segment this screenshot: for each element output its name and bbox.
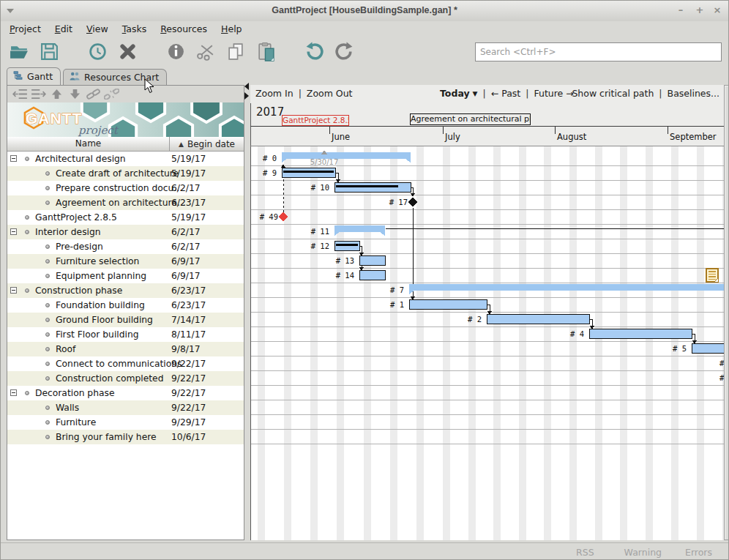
task-properties-clock-icon[interactable] (86, 41, 108, 63)
task-name[interactable]: Interior design (35, 225, 101, 239)
collapse-icon[interactable] (10, 389, 17, 396)
table-row[interactable]: Architectural design5/19/17 (7, 152, 244, 166)
move-up-icon[interactable] (48, 88, 65, 101)
status-rss[interactable]: RSS (576, 547, 594, 558)
future-link[interactable]: Future → (534, 88, 573, 99)
cut-icon[interactable] (195, 41, 217, 63)
close-button[interactable]: × (708, 1, 727, 20)
task-name[interactable]: First Floor building (56, 327, 139, 342)
task-name[interactable]: GanttProject 2.8.5 (35, 210, 117, 225)
outdent-icon[interactable] (11, 88, 29, 101)
link-icon[interactable] (84, 88, 102, 101)
minimize-button[interactable]: – (671, 1, 690, 20)
task-name[interactable]: Construction completed (56, 371, 163, 386)
column-header-begin-date[interactable]: ▲ Begin date (170, 137, 244, 151)
indent-icon[interactable] (29, 88, 47, 101)
task-name[interactable]: Construction phase (35, 283, 122, 298)
table-row[interactable]: Create draft of architecture5/19/17 (7, 166, 244, 181)
window-menu-icon[interactable] (7, 9, 14, 13)
baselines-link[interactable]: Baselines... (668, 88, 719, 99)
zoom-in-link[interactable]: Zoom In (255, 88, 294, 99)
table-row[interactable]: Construction phase6/23/17 (7, 283, 244, 298)
status-warning[interactable]: Warning (624, 547, 662, 558)
task-name[interactable]: Prepare construction docu... (56, 181, 182, 195)
milestone-diamond-17[interactable] (408, 198, 417, 206)
table-row[interactable]: Prepare construction docu...6/2/17 (7, 181, 244, 195)
summary-bar-0[interactable] (282, 152, 411, 159)
table-row[interactable]: Furniture selection6/9/17 (7, 254, 244, 269)
today-dropdown[interactable]: Today (440, 88, 470, 99)
search-input[interactable] (475, 42, 722, 61)
menu-edit[interactable]: Edit (55, 23, 72, 34)
menu-tasks[interactable]: Tasks (122, 23, 147, 34)
table-row[interactable]: Pre-design6/2/17 (7, 239, 244, 254)
zoom-out-link[interactable]: Zoom Out (307, 88, 353, 99)
maximize-button[interactable]: + (690, 1, 709, 20)
splitter-collapse-right-icon[interactable] (244, 92, 249, 100)
task-bar-14[interactable] (359, 270, 385, 280)
timeline-label-ganttproject[interactable]: GanttProject 2.8.5 (282, 115, 349, 126)
task-name[interactable]: Walls (56, 400, 79, 415)
task-name[interactable]: Pre-design (56, 239, 103, 254)
summary-bar-7[interactable] (409, 284, 724, 291)
table-row[interactable]: Furniture9/29/17 (7, 415, 244, 430)
open-file-icon[interactable] (8, 41, 30, 63)
move-down-icon[interactable] (66, 88, 83, 101)
table-row[interactable]: Roof9/8/17 (7, 342, 244, 356)
status-errors[interactable]: Errors (685, 547, 712, 558)
collapse-icon[interactable] (10, 155, 17, 162)
table-row[interactable]: Foundation building6/23/17 (7, 298, 244, 313)
task-name[interactable]: Furniture selection (56, 254, 139, 269)
task-name[interactable]: Architectural design (35, 152, 126, 166)
menu-help[interactable]: Help (221, 23, 242, 34)
today-dropdown-arrow[interactable]: ▼ (473, 90, 478, 97)
delete-task-icon[interactable] (116, 41, 138, 63)
task-bar-13[interactable] (359, 255, 385, 265)
table-row[interactable]: Interior design6/2/17 (7, 225, 244, 239)
table-row[interactable]: GanttProject 2.8.55/19/17 (7, 210, 244, 225)
task-name[interactable]: Agreement on architectura... (56, 195, 186, 210)
collapse-icon[interactable] (10, 287, 17, 294)
menu-resources[interactable]: Resources (160, 23, 207, 34)
tab-gantt[interactable]: Gantt (7, 67, 61, 85)
table-row[interactable]: Ground Floor building7/14/17 (7, 313, 244, 327)
task-name[interactable]: Ground Floor building (56, 313, 153, 327)
undo-icon[interactable] (303, 41, 325, 63)
save-file-icon[interactable] (38, 41, 60, 63)
paste-icon[interactable] (255, 41, 277, 63)
task-name[interactable]: Roof (56, 342, 75, 356)
unlink-icon[interactable] (102, 88, 120, 101)
task-name[interactable]: Decoration phase (35, 386, 114, 400)
scrollbar-thumb[interactable] (725, 86, 729, 540)
task-bar-2[interactable] (487, 314, 589, 324)
collapse-icon[interactable] (10, 228, 17, 235)
table-row[interactable]: Agreement on architectura...6/23/17 (7, 195, 244, 210)
table-row[interactable]: Equipment planning6/9/17 (7, 269, 244, 283)
table-row[interactable]: Walls9/22/17 (7, 400, 244, 415)
redo-icon[interactable] (333, 41, 355, 63)
task-name[interactable]: Furniture (56, 415, 96, 430)
info-icon[interactable] (165, 41, 187, 63)
gantt-chart-canvas[interactable]: # 0# 9# 10# 17# 49# 11# 12# 13# 14# 7# 1… (250, 146, 724, 540)
menu-project[interactable]: Project (10, 23, 41, 34)
column-header-name[interactable]: Name (7, 137, 170, 151)
table-row[interactable]: First Floor building8/11/17 (7, 327, 244, 342)
table-row[interactable]: Bring your family here10/6/17 (7, 430, 244, 444)
show-critical-path-link[interactable]: Show critical path (572, 88, 654, 99)
task-bar-1[interactable] (409, 299, 487, 309)
task-name[interactable]: Create draft of architecture (56, 166, 179, 181)
task-bar-4[interactable] (589, 329, 692, 338)
past-link[interactable]: ← Past (491, 88, 521, 99)
menu-view[interactable]: View (86, 23, 108, 34)
splitter-collapse-left-icon[interactable] (244, 83, 249, 90)
table-row[interactable]: Connect to communications9/22/17 (7, 356, 244, 371)
copy-icon[interactable] (225, 41, 247, 63)
task-name[interactable]: Connect to communications (56, 356, 182, 371)
task-name[interactable]: Bring your family here (56, 430, 157, 444)
task-bar-5[interactable] (692, 343, 724, 353)
timeline-label-agreement[interactable]: Agreement on architectural plan (410, 113, 531, 125)
task-name[interactable]: Foundation building (56, 298, 145, 313)
table-row[interactable]: Construction completed9/22/17 (7, 371, 244, 386)
table-row[interactable]: Decoration phase9/22/17 (7, 386, 244, 400)
task-name[interactable]: Equipment planning (56, 269, 146, 283)
